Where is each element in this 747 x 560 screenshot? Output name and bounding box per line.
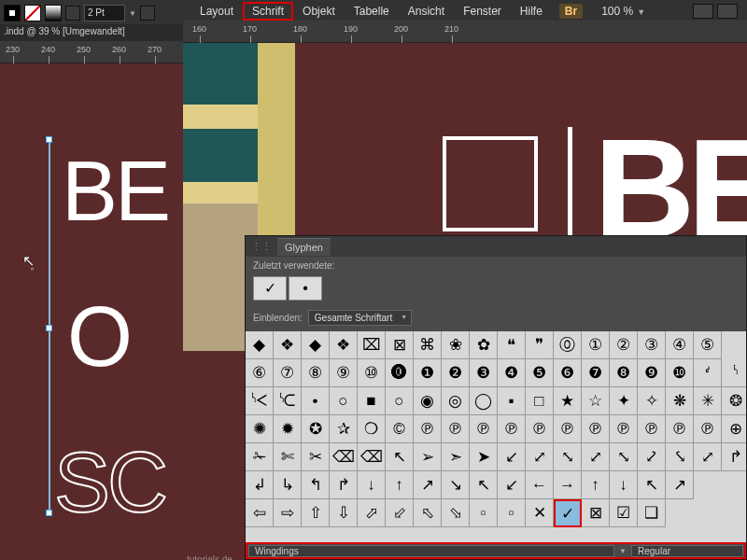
glyph-cell[interactable]: ◆ bbox=[246, 331, 274, 359]
glyph-cell[interactable]: ℗ bbox=[554, 415, 582, 443]
glyph-cell[interactable]: ↗ bbox=[666, 471, 694, 499]
glyph-cell[interactable]: ⓿ bbox=[386, 359, 414, 387]
glyph-cell[interactable]: ℗ bbox=[442, 415, 470, 443]
zoom-level[interactable]: 100 %▼ bbox=[601, 5, 645, 18]
glyph-cell[interactable]: ↱ bbox=[722, 443, 746, 471]
glyph-cell[interactable]: ❀ bbox=[442, 331, 470, 359]
glyph-cell[interactable]: ⤡ bbox=[554, 443, 582, 471]
glyph-cell[interactable]: ✪ bbox=[302, 415, 330, 443]
glyph-cell[interactable]: ❝ bbox=[498, 331, 526, 359]
font-family-dropdown[interactable]: Wingdings bbox=[248, 545, 614, 557]
ruler-horizontal[interactable]: 160 170 180 190 200 210 bbox=[183, 21, 747, 43]
glyph-cell[interactable]: ᔌ bbox=[246, 387, 274, 415]
glyph-cell[interactable]: ↲ bbox=[246, 471, 274, 499]
selection-handle[interactable] bbox=[46, 136, 52, 143]
glyph-cell[interactable]: ⑦ bbox=[274, 359, 302, 387]
glyph-cell[interactable]: ❍ bbox=[358, 415, 386, 443]
menu-objekt[interactable]: Objekt bbox=[293, 2, 345, 21]
selection-handle[interactable] bbox=[46, 325, 52, 331]
glyph-cell[interactable]: ⤢ bbox=[694, 443, 722, 471]
menu-tabelle[interactable]: Tabelle bbox=[345, 2, 399, 21]
glyph-cell[interactable]: ℗ bbox=[666, 415, 694, 443]
glyph-cell[interactable]: ➤ bbox=[470, 443, 498, 471]
glyph-cell[interactable]: ↰ bbox=[302, 471, 330, 499]
glyph-cell[interactable]: ❹ bbox=[498, 359, 526, 387]
glyph-cell[interactable]: ⤦ bbox=[638, 443, 666, 471]
menu-hilfe[interactable]: Hilfe bbox=[511, 2, 552, 21]
chevron-down-icon[interactable]: ▼ bbox=[615, 547, 630, 555]
glyph-cell[interactable]: ⇧ bbox=[302, 499, 330, 527]
glyph-cell[interactable]: ✁ bbox=[246, 443, 274, 471]
glyph-cell[interactable]: ↙ bbox=[498, 471, 526, 499]
glyph-cell[interactable]: ◉ bbox=[414, 387, 442, 415]
glyph-cell[interactable]: ✕ bbox=[526, 499, 554, 527]
fill-none-swatch[interactable] bbox=[24, 5, 41, 21]
glyph-cell[interactable]: ☆ bbox=[582, 387, 610, 415]
chevron-down-icon[interactable]: ▼ bbox=[129, 9, 136, 18]
glyph-cell[interactable]: ◯ bbox=[470, 387, 498, 415]
glyph-cell[interactable]: ❿ bbox=[666, 359, 694, 387]
glyph-cell[interactable]: ✹ bbox=[274, 415, 302, 443]
glyph-cell[interactable]: ④ bbox=[666, 331, 694, 359]
menu-layout[interactable]: Layout bbox=[190, 2, 243, 21]
menu-schrift[interactable]: Schrift bbox=[243, 2, 293, 21]
glyph-cell[interactable]: ❷ bbox=[442, 359, 470, 387]
glyph-cell[interactable]: ❸ bbox=[470, 359, 498, 387]
glyph-cell[interactable]: ② bbox=[610, 331, 638, 359]
glyph-cell[interactable]: ✿ bbox=[470, 331, 498, 359]
glyph-cell[interactable]: ↑ bbox=[386, 471, 414, 499]
document-tab[interactable]: .indd @ 39 % [Umgewandelt] bbox=[0, 24, 183, 41]
glyph-cell[interactable]: ➣ bbox=[442, 443, 470, 471]
glyph-cell[interactable]: ⬂ bbox=[442, 499, 470, 527]
glyph-cell[interactable]: ⑨ bbox=[330, 359, 358, 387]
glyph-cell[interactable]: ⊕ bbox=[722, 415, 746, 443]
glyph-cell[interactable]: ⤥ bbox=[666, 443, 694, 471]
glyph-cell[interactable]: ❖ bbox=[330, 331, 358, 359]
menu-fenster[interactable]: Fenster bbox=[454, 2, 511, 21]
glyph-cell[interactable]: ⤢ bbox=[582, 443, 610, 471]
glyph-cell[interactable]: ᔊ bbox=[694, 359, 722, 387]
glyph-cell[interactable]: ↱ bbox=[330, 471, 358, 499]
glyph-cell[interactable]: ☑ bbox=[610, 499, 638, 527]
glyph-cell[interactable]: □ bbox=[526, 387, 554, 415]
glyph-cell[interactable]: ➢ bbox=[414, 443, 442, 471]
glyph-cell[interactable]: ↖ bbox=[470, 471, 498, 499]
glyph-cell[interactable]: ⑥ bbox=[246, 359, 274, 387]
glyph-cell[interactable]: ✺ bbox=[246, 415, 274, 443]
glyph-cell[interactable]: ◎ bbox=[442, 387, 470, 415]
glyph-cell[interactable]: ✓ bbox=[554, 499, 582, 527]
stroke-stepper[interactable] bbox=[65, 6, 80, 21]
glyph-cell[interactable]: ↓ bbox=[610, 471, 638, 499]
glyph-cell[interactable]: ❺ bbox=[526, 359, 554, 387]
glyph-cell[interactable]: ▫ bbox=[498, 499, 526, 527]
glyph-cell[interactable]: ℗ bbox=[470, 415, 498, 443]
font-style-dropdown[interactable]: Regular bbox=[631, 545, 743, 557]
glyph-cell[interactable]: ❖ bbox=[274, 331, 302, 359]
glyph-cell[interactable]: ↙ bbox=[498, 443, 526, 471]
menu-ansicht[interactable]: Ansicht bbox=[399, 2, 454, 21]
text-frame[interactable]: BE bbox=[62, 144, 168, 240]
glyph-cell[interactable]: ⇦ bbox=[246, 499, 274, 527]
glyph-cell[interactable]: ↘ bbox=[442, 471, 470, 499]
glyph-cell[interactable]: ᔋ bbox=[722, 359, 746, 387]
glyph-cell[interactable]: ❽ bbox=[610, 359, 638, 387]
bridge-button[interactable]: Br bbox=[559, 4, 583, 19]
glyph-cell[interactable]: ❞ bbox=[526, 331, 554, 359]
glyph-cell[interactable]: ▪ bbox=[498, 387, 526, 415]
glyph-cell[interactable]: ③ bbox=[638, 331, 666, 359]
glyph-cell[interactable]: ○ bbox=[330, 387, 358, 415]
recent-glyph[interactable]: • bbox=[289, 276, 322, 301]
glyph-cell[interactable]: ℗ bbox=[498, 415, 526, 443]
selection-handle[interactable] bbox=[46, 510, 52, 516]
glyph-cell[interactable]: ↗ bbox=[414, 471, 442, 499]
glyph-cell[interactable]: ⊠ bbox=[582, 499, 610, 527]
glyph-cell[interactable]: ★ bbox=[554, 387, 582, 415]
panel-grip-icon[interactable]: ⋮⋮ bbox=[251, 241, 272, 253]
glyph-cell[interactable]: ⇨ bbox=[274, 499, 302, 527]
glyph-cell[interactable]: ⌫ bbox=[330, 443, 358, 471]
glyph-cell[interactable]: ❼ bbox=[582, 359, 610, 387]
glyph-cell[interactable]: ℗ bbox=[526, 415, 554, 443]
glyph-cell[interactable]: © bbox=[386, 415, 414, 443]
filter-dropdown[interactable]: Gesamte Schriftart bbox=[308, 310, 412, 326]
glyph-cell[interactable]: ✂ bbox=[302, 443, 330, 471]
